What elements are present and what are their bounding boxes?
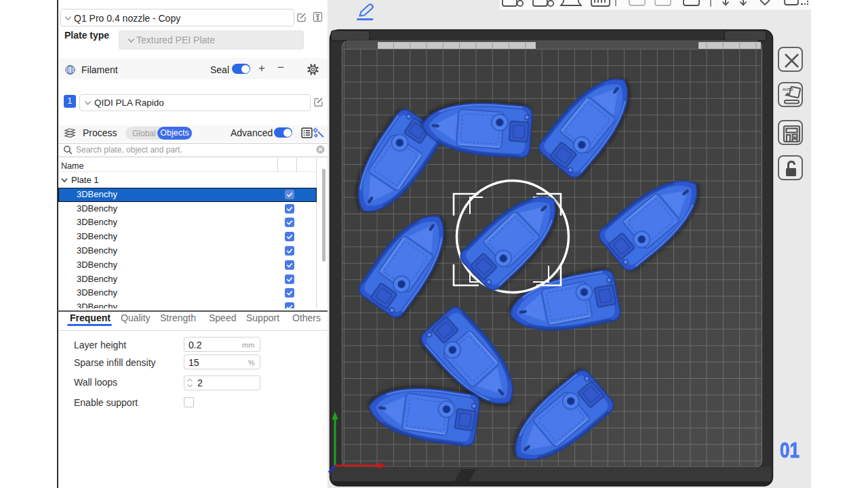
svg-text:AUTO: AUTO [783,87,793,92]
